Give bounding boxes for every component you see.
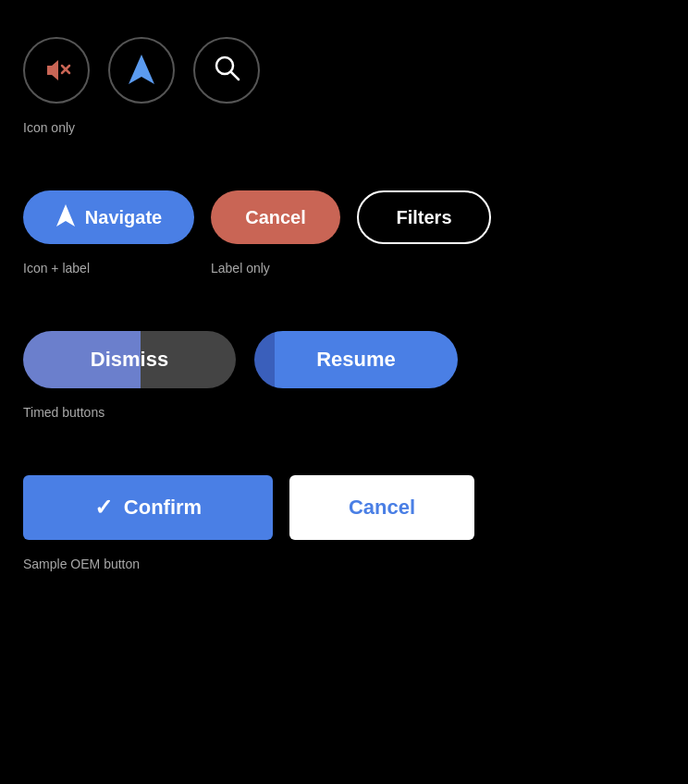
search-icon-only-button[interactable]	[193, 37, 260, 104]
filters-button[interactable]: Filters	[357, 190, 491, 244]
filters-btn-label: Filters	[396, 207, 451, 228]
pill-buttons-row: Navigate Cancel Filters	[23, 163, 665, 251]
navigate-icon-only-button[interactable]	[108, 37, 175, 104]
timed-buttons-label: Timed buttons	[23, 405, 665, 420]
resume-button[interactable]: Resume	[254, 331, 458, 388]
pill-labels-row: Icon + label Label only	[23, 251, 665, 276]
navigate-icon	[127, 53, 156, 89]
confirm-btn-label: Confirm	[124, 496, 202, 520]
label-only-description: Label only	[211, 261, 340, 276]
mute-button[interactable]	[23, 37, 90, 104]
oem-buttons-row: ✓ Confirm Cancel	[23, 447, 665, 547]
svg-marker-0	[47, 60, 58, 80]
icon-only-label: Icon only	[23, 120, 665, 135]
cancel-button[interactable]: Cancel	[211, 190, 340, 244]
oem-cancel-btn-label: Cancel	[349, 496, 415, 520]
confirm-checkmark-icon: ✓	[94, 495, 113, 521]
search-icon	[213, 54, 240, 88]
timed-buttons-section: Dismiss Resume Timed buttons	[23, 303, 665, 420]
icon-label-description: Icon + label	[23, 261, 194, 276]
pill-buttons-section: Navigate Cancel Filters Icon + label Lab…	[23, 163, 665, 276]
svg-marker-3	[129, 55, 154, 84]
navigate-btn-label: Navigate	[85, 207, 162, 228]
navigate-btn-icon	[55, 203, 76, 232]
confirm-button[interactable]: ✓ Confirm	[23, 475, 273, 540]
mute-icon	[42, 55, 71, 85]
icon-only-section: Icon only	[23, 18, 665, 135]
cancel-btn-label: Cancel	[245, 207, 306, 228]
navigate-button[interactable]: Navigate	[23, 190, 194, 244]
timed-buttons-row: Dismiss Resume	[23, 303, 665, 396]
oem-buttons-label: Sample OEM button	[23, 557, 665, 571]
svg-marker-6	[56, 204, 75, 227]
dismiss-button[interactable]: Dismiss	[23, 331, 236, 388]
dismiss-btn-label: Dismiss	[91, 348, 168, 372]
icon-only-row	[23, 18, 665, 111]
svg-line-5	[231, 72, 239, 80]
resume-btn-label: Resume	[316, 348, 396, 372]
oem-cancel-button[interactable]: Cancel	[289, 475, 474, 540]
oem-buttons-section: ✓ Confirm Cancel Sample OEM button	[23, 447, 665, 571]
